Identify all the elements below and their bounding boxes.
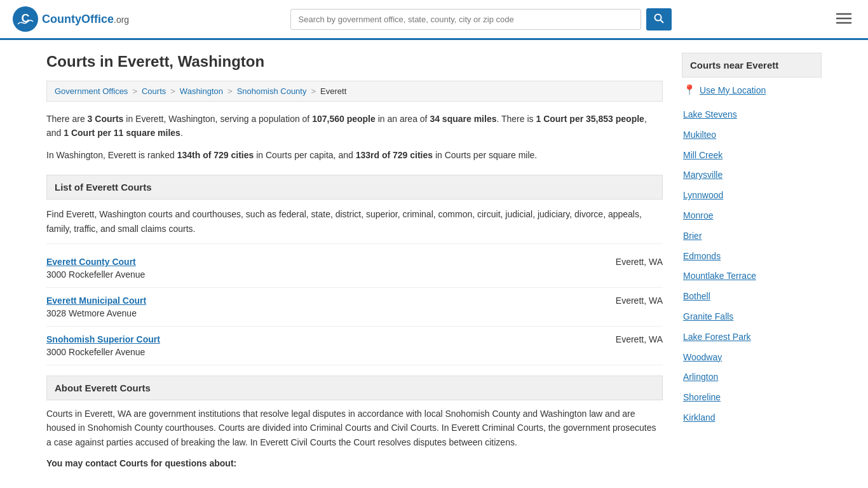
header-right	[832, 9, 855, 30]
about-section: About Everett Courts Courts in Everett, …	[46, 376, 663, 468]
sidebar-city-2[interactable]: Mill Creek	[682, 146, 822, 166]
info-text-1: There are 3 Courts in Everett, Washingto…	[46, 112, 663, 140]
sidebar-city-11[interactable]: Lake Forest Park	[682, 327, 822, 348]
court-city-2: Everett, WA	[616, 334, 663, 344]
about-text: Courts in Everett, WA are government ins…	[46, 407, 663, 449]
sidebar-header: Courts near Everett	[682, 53, 822, 78]
sidebar-city-3[interactable]: Marysville	[682, 165, 822, 186]
search-area	[290, 8, 672, 30]
search-icon	[654, 13, 664, 24]
site-header: C CountyOffice.org	[0, 0, 868, 40]
court-left-0: Everett County Court 3000 Rockefeller Av…	[46, 257, 145, 280]
sidebar-city-6[interactable]: Brier	[682, 226, 822, 247]
page-title: Courts in Everett, Washington	[46, 53, 663, 71]
content-area: Courts in Everett, Washington Government…	[46, 53, 663, 468]
court-name-0[interactable]: Everett County Court	[46, 257, 145, 267]
search-input[interactable]	[290, 9, 641, 30]
use-my-location-link[interactable]: Use My Location	[700, 85, 766, 95]
breadcrumb: Government Offices > Courts > Washington…	[46, 81, 663, 102]
sidebar-city-10[interactable]: Granite Falls	[682, 307, 822, 327]
sidebar-city-15[interactable]: Kirkland	[682, 408, 822, 428]
breadcrumb-sep-3: >	[227, 86, 233, 96]
breadcrumb-sep-2: >	[170, 86, 175, 96]
hamburger-menu-button[interactable]	[832, 9, 855, 30]
sidebar-city-5[interactable]: Monroe	[682, 206, 822, 226]
court-item-row-0: Everett County Court 3000 Rockefeller Av…	[46, 257, 663, 280]
courts-list: Everett County Court 3000 Rockefeller Av…	[46, 249, 663, 365]
svg-line-3	[660, 20, 663, 23]
court-city-0: Everett, WA	[616, 257, 663, 267]
court-item-0: Everett County Court 3000 Rockefeller Av…	[46, 249, 663, 288]
sidebar-city-13[interactable]: Arlington	[682, 367, 822, 388]
court-address-2: 3000 Rockefeller Avenue	[46, 347, 160, 357]
court-left-2: Snohomish Superior Court 3000 Rockefelle…	[46, 334, 160, 357]
about-question: You may contact Courts for questions abo…	[46, 458, 663, 468]
court-item-row-1: Everett Municipal Court 3028 Wetmore Ave…	[46, 295, 663, 318]
breadcrumb-government-offices[interactable]: Government Offices	[55, 86, 128, 96]
breadcrumb-snohomish-county[interactable]: Snohomish County	[237, 86, 307, 96]
logo-area: C CountyOffice.org	[13, 6, 129, 32]
list-section-header: List of Everett Courts	[46, 175, 663, 200]
sidebar-city-8[interactable]: Mountlake Terrace	[682, 266, 822, 287]
search-button[interactable]	[646, 8, 672, 30]
logo-text: CountyOffice.org	[42, 13, 129, 26]
sidebar-city-4[interactable]: Lynnwood	[682, 186, 822, 206]
breadcrumb-sep-4: >	[311, 86, 316, 96]
sidebar: Courts near Everett 📍 Use My Location La…	[682, 53, 822, 468]
court-address-0: 3000 Rockefeller Avenue	[46, 269, 145, 280]
sidebar-city-0[interactable]: Lake Stevens	[682, 105, 822, 125]
sidebar-city-9[interactable]: Bothell	[682, 287, 822, 307]
sidebar-city-7[interactable]: Edmonds	[682, 247, 822, 267]
svg-point-2	[654, 14, 661, 20]
main-container: Courts in Everett, Washington Government…	[34, 40, 834, 481]
nearby-cities-list: Lake Stevens Mukilteo Mill Creek Marysvi…	[682, 105, 822, 428]
sidebar-city-14[interactable]: Shoreline	[682, 388, 822, 408]
court-item-2: Snohomish Superior Court 3000 Rockefelle…	[46, 327, 663, 365]
court-item-1: Everett Municipal Court 3028 Wetmore Ave…	[46, 288, 663, 327]
court-name-1[interactable]: Everett Municipal Court	[46, 295, 146, 306]
court-city-1: Everett, WA	[616, 295, 663, 306]
list-section-desc: Find Everett, Washington courts and cour…	[46, 200, 663, 244]
court-name-2[interactable]: Snohomish Superior Court	[46, 334, 160, 344]
sidebar-city-1[interactable]: Mukilteo	[682, 125, 822, 146]
location-pin-icon: 📍	[683, 84, 696, 96]
breadcrumb-washington[interactable]: Washington	[180, 86, 223, 96]
breadcrumb-sep-1: >	[132, 86, 137, 96]
court-address-1: 3028 Wetmore Avenue	[46, 308, 146, 318]
logo-icon: C	[13, 6, 38, 32]
use-location-row: 📍 Use My Location	[682, 84, 822, 96]
about-section-header: About Everett Courts	[46, 376, 663, 400]
info-text-2: In Washington, Everett is ranked 134th o…	[46, 148, 663, 162]
breadcrumb-everett: Everett	[320, 86, 346, 96]
breadcrumb-courts[interactable]: Courts	[142, 86, 166, 96]
court-left-1: Everett Municipal Court 3028 Wetmore Ave…	[46, 295, 146, 318]
court-item-row-2: Snohomish Superior Court 3000 Rockefelle…	[46, 334, 663, 357]
sidebar-city-12[interactable]: Woodway	[682, 348, 822, 368]
hamburger-icon	[835, 11, 853, 25]
